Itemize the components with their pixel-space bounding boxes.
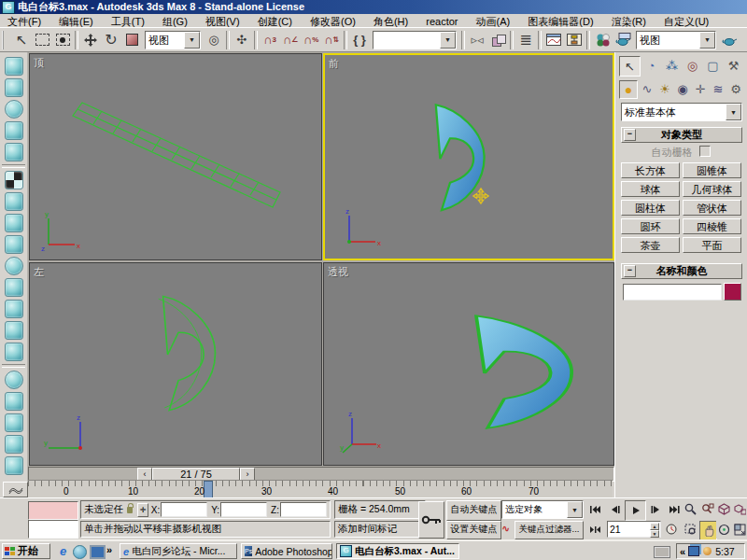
tray-collapse-icon[interactable]: « [680,546,685,557]
tab-create[interactable]: ↖ [619,56,641,77]
y-coord-field[interactable] [220,502,267,517]
dropdown-arrow-icon[interactable]: ▼ [699,32,715,49]
left-toolbar-crane-icon[interactable] [5,456,23,475]
left-toolbar-biped-icon[interactable] [5,392,23,411]
teapot-button[interactable]: 茶壶 [621,237,680,253]
keyboard-layout-icon[interactable] [654,546,670,558]
curve-editor-button[interactable] [543,30,564,50]
quicklaunch-overflow-icon[interactable]: » [106,544,112,555]
min-max-toggle-button[interactable] [733,521,746,539]
arc-rotate-button[interactable] [716,521,732,539]
spinner-snap-button[interactable]: ∩⇅ [321,30,342,50]
toolbar-grip[interactable] [2,31,8,49]
named-selection-sets-dropdown[interactable]: ▼ [373,31,457,49]
subtab-cameras[interactable]: ◉ [674,80,691,97]
zoom-extents-all-button[interactable] [733,500,746,518]
render-type-dropdown[interactable]: 视图 ▼ [636,31,716,49]
collapse-icon[interactable]: − [624,129,636,141]
selection-lock-toggle[interactable] [127,507,133,513]
subtab-shapes[interactable]: ∿ [639,80,655,97]
tray-network-icon[interactable] [688,546,699,556]
left-toolbar-marker-icon[interactable] [5,214,23,232]
tab-modify[interactable]: ◔ [641,56,661,75]
quicklaunch-ie-icon[interactable]: e [56,544,70,558]
percent-snap-button[interactable]: ∩% [301,30,321,50]
left-toolbar-spindle-icon[interactable] [5,121,23,140]
pan-button[interactable] [699,521,717,540]
select-and-scale-button[interactable] [121,30,142,50]
dropdown-arrow-icon[interactable]: ▼ [184,32,200,49]
zoom-button[interactable] [683,500,698,518]
torus-button[interactable]: 圆环 [621,218,680,234]
pyramid-button[interactable]: 四棱锥 [683,218,741,234]
track-bar[interactable]: 0 10 20 30 40 50 60 70 [28,480,613,498]
time-slider-handle[interactable]: 21 / 75 [152,468,240,481]
snap-toggle-3d-button[interactable]: ∩3 [260,30,280,50]
time-slider-handle-group[interactable]: ‹ 21 / 75 › [137,468,255,481]
viewport-perspective[interactable]: 透视 z x y [323,262,614,466]
zoom-extents-button[interactable] [716,500,732,518]
subtab-helpers[interactable]: ✛ [692,80,709,97]
tab-hierarchy[interactable]: ⁂ [662,56,682,75]
key-mode-toggle-button[interactable] [586,521,603,538]
object-color-swatch[interactable] [724,283,741,301]
name-color-rollout[interactable]: − 名称和颜色 [621,263,742,279]
object-name-field[interactable] [623,284,722,301]
current-frame-field[interactable]: ▲▼ [607,521,661,538]
subtab-spacewarps[interactable]: ≋ [710,80,726,97]
left-toolbar-prism-icon[interactable] [5,235,23,254]
time-configuration-button[interactable] [663,521,679,538]
x-coord-field[interactable] [161,502,207,517]
selection-set-dropdown[interactable]: 选定对象 ▼ [501,500,584,519]
tray-update-icon[interactable] [703,547,712,555]
left-toolbar-boxes-icon[interactable] [5,57,23,76]
maxscript-macro-recorder[interactable] [28,501,78,520]
default-in-out-tangent-icon[interactable]: ∿ [501,523,513,535]
quicklaunch-desktop-icon[interactable] [90,545,106,559]
viewport-perspective-label[interactable]: 透视 [328,265,348,279]
primitive-category-dropdown[interactable]: 标准基本体 ▼ [621,103,742,121]
plane-button[interactable]: 平面 [683,237,741,253]
select-and-manipulate-button[interactable]: ✣ [232,30,252,50]
dropdown-arrow-icon[interactable]: ▼ [440,32,456,49]
add-time-tag[interactable]: 添加时间标记 [334,521,426,538]
menu-reactor[interactable]: reactor [418,15,465,28]
angle-snap-button[interactable]: ∩∠ [280,30,301,50]
frame-spinner[interactable]: ▲▼ [650,523,659,536]
viewport-top[interactable]: 顶 y x z [29,53,322,260]
current-frame-input[interactable] [608,522,649,537]
task-button-photoshop[interactable]: Ps Adobe Photoshop [241,543,332,559]
select-and-rotate-button[interactable]: ↻ [101,30,121,50]
left-toolbar-spring-icon[interactable] [5,192,23,211]
autogrid-checkbox[interactable] [699,146,711,157]
viewport-left[interactable]: 左 z y [29,262,322,466]
left-toolbar-weathervane-icon[interactable] [5,278,23,297]
schematic-view-button[interactable] [564,30,585,50]
dropdown-arrow-icon[interactable]: ▼ [726,104,741,120]
time-slider-prev-button[interactable]: ‹ [137,468,152,481]
set-keys-button[interactable] [418,501,444,539]
mirror-button[interactable]: ▹◃ [467,30,487,50]
align-button[interactable] [487,30,508,50]
layer-manager-button[interactable]: ≣ [515,30,536,50]
subtab-lights[interactable]: ☀ [656,80,673,97]
subtab-systems[interactable]: ⚙ [727,80,744,97]
viewport-front[interactable]: 前 z x [323,53,614,260]
mini-curve-editor-button[interactable] [3,482,28,497]
left-toolbar-link-cubes-icon[interactable] [5,435,23,454]
absolute-mode-toggle[interactable]: ✛ [137,503,148,517]
track-bar-frame-marker[interactable] [204,481,213,499]
rect-selection-region-button[interactable] [32,30,52,50]
cone-button[interactable]: 圆锥体 [683,162,741,178]
left-toolbar-blocks-icon[interactable] [5,321,23,340]
left-toolbar-checker-icon[interactable] [5,171,23,189]
task-button-forum[interactable]: e 电白同乡论坛 - Micr... [120,543,237,559]
left-toolbar-cloth-icon[interactable] [5,78,23,97]
auto-key-button[interactable]: 自动关键点 [446,500,501,521]
material-editor-button[interactable] [592,30,613,50]
time-slider-next-button[interactable]: › [240,468,255,481]
left-toolbar-waves-icon[interactable] [5,343,23,361]
geosphere-button[interactable]: 几何球体 [683,181,741,197]
left-toolbar-terrain-icon[interactable] [5,413,23,432]
viewport-left-label[interactable]: 左 [34,265,44,279]
